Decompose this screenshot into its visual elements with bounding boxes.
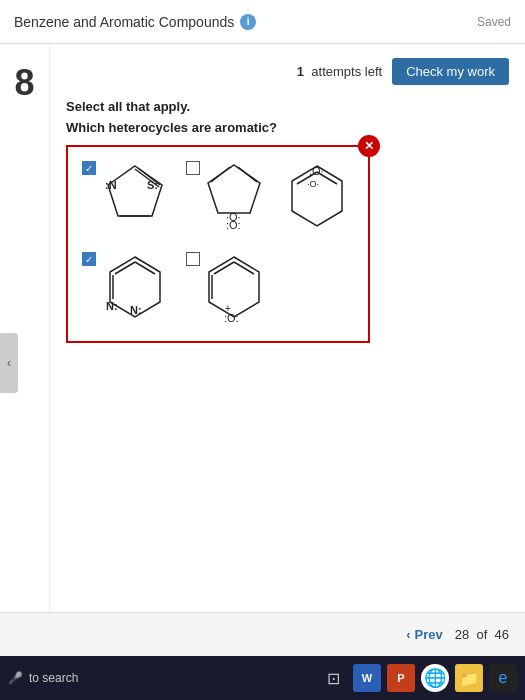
answer-cell-4: N: N: — [78, 248, 174, 331]
content-col: 1 attempts left Check my work Select all… — [50, 44, 525, 656]
header-title-group: Benzene and Aromatic Compounds i — [14, 14, 256, 30]
answer-cell-1: :N S: — [78, 157, 174, 240]
attempts-text: 1 attempts left — [297, 64, 382, 79]
question-prompt: Which heterocycles are aromatic? — [66, 120, 509, 135]
svg-text:N:: N: — [130, 304, 142, 316]
left-nav-arrow[interactable]: ‹ — [0, 333, 18, 393]
prev-label: Prev — [415, 627, 443, 642]
close-icon[interactable]: ✕ — [358, 135, 380, 157]
page-info: 28 of 46 — [455, 627, 509, 642]
molecule-thiophene: :N S: — [100, 161, 170, 226]
question-number: 8 — [14, 62, 34, 104]
svg-text:S:: S: — [147, 179, 158, 191]
header: Benzene and Aromatic Compounds i Saved — [0, 0, 525, 44]
main-content: 8 1 attempts left Check my work Select a… — [0, 44, 525, 656]
svg-text::N: :N — [105, 179, 117, 191]
checkbox-4[interactable] — [82, 252, 96, 266]
page-total: 46 — [495, 627, 509, 642]
taskbar-icons: ⊡ W P 🌐 📁 e — [319, 664, 517, 692]
tablet-icon[interactable]: ⊡ — [319, 664, 347, 692]
molecule-furan: :O: ·O· — [204, 161, 264, 231]
answer-cell-5: + :O: — [182, 248, 268, 331]
saved-status: Saved — [477, 15, 511, 29]
checkbox-checked-1[interactable] — [82, 161, 96, 175]
checkbox-1[interactable] — [82, 161, 96, 175]
taskbar: 🎤 to search ⊡ W P 🌐 📁 e — [0, 656, 525, 700]
taskbar-search: 🎤 to search — [8, 671, 78, 685]
answer-cell-3: :O· ·O· — [276, 157, 358, 240]
check-my-work-button[interactable]: Check my work — [392, 58, 509, 85]
answer-grid: :N S: — [78, 157, 358, 331]
page-current: 28 — [455, 627, 469, 642]
info-icon[interactable]: i — [240, 14, 256, 30]
attempts-label: attempts left — [311, 64, 382, 79]
page-title: Benzene and Aromatic Compounds — [14, 14, 234, 30]
answer-grid-wrapper: ✕ :N — [66, 145, 370, 343]
answer-cell-2: :O: ·O· — [182, 157, 268, 240]
svg-marker-6 — [208, 165, 260, 213]
checkbox-2[interactable] — [186, 161, 200, 175]
checkbox-checked-4[interactable] — [82, 252, 96, 266]
molecule-pyridine: N: N: — [100, 252, 170, 322]
taskbar-search-label[interactable]: to search — [29, 671, 78, 685]
prev-button[interactable]: ‹ Prev — [406, 627, 443, 642]
svg-line-8 — [211, 167, 230, 182]
svg-text:·O·: ·O· — [307, 179, 319, 189]
svg-line-7 — [238, 167, 257, 182]
checkbox-unchecked-2[interactable] — [186, 161, 200, 175]
folder-icon[interactable]: 📁 — [455, 664, 483, 692]
svg-text:·O·: ·O· — [226, 211, 241, 223]
svg-marker-22 — [209, 257, 259, 317]
powerpoint-icon[interactable]: P — [387, 664, 415, 692]
checkbox-unchecked-5[interactable] — [186, 252, 200, 266]
attempts-number: 1 — [297, 64, 304, 79]
nav-footer: ‹ Prev 28 of 46 — [0, 612, 525, 656]
molecule-pyrylium: + :O: — [204, 252, 264, 324]
chrome-icon[interactable]: 🌐 — [421, 664, 449, 692]
checkbox-5[interactable] — [186, 252, 200, 266]
mic-icon[interactable]: 🎤 — [8, 671, 23, 685]
edge-icon[interactable]: e — [489, 664, 517, 692]
svg-text:N:: N: — [106, 300, 118, 312]
word-icon[interactable]: W — [353, 664, 381, 692]
attempts-row: 1 attempts left Check my work — [66, 58, 509, 85]
svg-marker-0 — [108, 166, 162, 216]
instruction-text: Select all that apply. — [66, 99, 509, 114]
svg-text::O·: :O· — [309, 165, 324, 177]
prev-chevron-icon: ‹ — [406, 627, 410, 642]
molecule-pyran: :O· ·O· — [280, 161, 354, 236]
svg-text::O:: :O: — [224, 312, 239, 324]
